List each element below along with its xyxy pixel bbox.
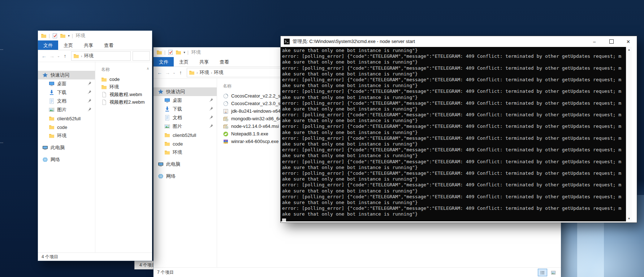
console-line: ake sure that only one bot instance is r… [282, 71, 626, 77]
console-line: error: [polling_error] {"code":"ETELEGRA… [282, 124, 626, 129]
tab-home[interactable]: 主页 [58, 40, 78, 50]
properties-check-icon[interactable] [52, 33, 58, 39]
pin-icon [87, 98, 92, 103]
maximize-button[interactable] [603, 36, 620, 47]
icons-view-button[interactable] [549, 269, 558, 276]
titlebar[interactable]: | ▾ | 环境 [38, 31, 152, 40]
recent-locations-icon[interactable]: ⌄ [56, 54, 61, 58]
console-line: error: [polling_error] {"code":"ETELEGRA… [282, 170, 626, 176]
sidebar-item[interactable]: 文档 [38, 97, 95, 105]
pin-icon [209, 115, 213, 120]
properties-check-icon[interactable] [168, 49, 173, 55]
quick-access-toolbar-caret-icon[interactable]: ▾ [68, 34, 70, 38]
back-icon[interactable]: ← [156, 70, 164, 75]
sidebar-item[interactable]: 快速访问 [38, 71, 95, 79]
console-line: error: [polling_error] {"code":"ETELEGRA… [282, 100, 626, 106]
recent-locations-icon[interactable]: ⌄ [172, 71, 177, 74]
status-bar: 7 个项目 [154, 267, 561, 277]
file-row[interactable]: 视频教程2.webm [101, 98, 152, 106]
folder-icon [101, 77, 107, 82]
tab-file[interactable]: 文件 [154, 57, 174, 66]
sidebar-item[interactable]: 网络 [38, 155, 95, 164]
sidebar-item[interactable]: 网络 [154, 172, 217, 181]
sidebar-item[interactable]: 环境 [154, 148, 217, 157]
sidebar-item[interactable]: 此电脑 [154, 160, 217, 169]
sidebar-item[interactable]: 此电脑 [38, 143, 95, 152]
sidebar-item[interactable]: 图片 [38, 105, 95, 114]
console-line: error: [polling_error] {"code":"ETELEGRA… [282, 182, 626, 188]
tab-view[interactable]: 查看 [214, 57, 234, 66]
tab-share[interactable]: 共享 [194, 57, 214, 66]
folder-icon [164, 150, 170, 155]
item-count: 7 个项目 [157, 269, 174, 276]
sidebar-item[interactable]: clienb52full [154, 131, 217, 139]
up-icon[interactable]: ↑ [61, 53, 69, 59]
forward-icon[interactable]: → [164, 70, 172, 75]
sidebar-item[interactable]: 桌面 [38, 79, 95, 88]
new-folder-icon[interactable] [176, 49, 181, 55]
downloads-icon [164, 106, 170, 112]
file-name: 视频教程.webm [109, 91, 142, 98]
minimize-button[interactable]: – [586, 36, 603, 47]
quick-access-toolbar-caret-icon[interactable]: ▾ [183, 51, 185, 54]
sidebar-item-label: 网络 [166, 173, 176, 179]
sidebar-item-label: 桌面 [57, 81, 66, 87]
up-icon[interactable]: ↑ [177, 70, 185, 75]
search-input[interactable] [133, 51, 150, 61]
folder-icon [73, 53, 79, 59]
pin-icon [87, 107, 92, 112]
file-name: 视频教程2.webm [109, 99, 145, 105]
icons-view-icon [551, 270, 556, 275]
forward-icon[interactable]: → [48, 53, 56, 59]
sidebar-item-label: 下载 [173, 106, 182, 112]
sidebar-item[interactable]: 下载 [154, 105, 217, 113]
sidebar-item[interactable]: 桌面 [154, 96, 217, 105]
sidebar-item[interactable]: 环境 [38, 131, 95, 140]
sidebar-item[interactable]: 文档 [154, 113, 217, 122]
breadcrumb-segment[interactable]: 环境 [214, 69, 223, 76]
close-button[interactable]: ✕ [620, 36, 637, 47]
sidebar-item-label: 环境 [57, 133, 66, 139]
separator: | [49, 33, 50, 38]
file-list-pane[interactable]: 名称 ∧ code环境视频教程.webm视频教程2.webm [95, 61, 152, 253]
sidebar-item[interactable]: 图片 [154, 122, 217, 131]
details-view-button[interactable] [538, 269, 547, 276]
new-folder-icon[interactable] [60, 33, 66, 39]
name-column-header[interactable]: 名称 [101, 66, 152, 73]
file-row[interactable]: 环境 [101, 83, 152, 91]
sidebar-item[interactable]: clienb52full [38, 114, 95, 123]
tab-file[interactable]: 文件 [38, 40, 58, 50]
back-icon[interactable]: ← [40, 53, 48, 59]
sidebar-item[interactable]: code [38, 123, 95, 131]
tab-home[interactable]: 主页 [174, 57, 194, 66]
file-row[interactable]: code [101, 75, 152, 83]
sidebar-item-label: clienb52full [57, 116, 81, 121]
desktop-icon [164, 98, 170, 103]
sidebar-item[interactable]: 快速访问 [154, 87, 217, 96]
winrar-icon [223, 139, 229, 144]
sidebar-item-label: 快速访问 [166, 88, 185, 95]
console-line: ake sure that only one bot instance is r… [282, 48, 626, 53]
sidebar-item[interactable]: 下载 [38, 88, 95, 97]
desktop-text-fragment: ... [0, 46, 3, 51]
sidebar-item-label: 图片 [57, 107, 66, 113]
scroll-down-icon[interactable]: ▾ [626, 216, 632, 221]
file-row[interactable]: 视频教程.webm [101, 91, 152, 98]
console-line: ake sure that only one bot instance is r… [282, 59, 626, 65]
console-scrollbar[interactable]: ▴ ▾ [626, 47, 632, 221]
tab-view[interactable]: 查看 [99, 40, 119, 50]
separator: | [187, 50, 189, 55]
notepad-icon [223, 131, 229, 137]
status-bar: 4 个项目 [38, 252, 152, 261]
titlebar[interactable]: 管理员: C:\Windows\System32\cmd.exe - node … [281, 36, 637, 47]
breadcrumb-segment[interactable]: 环境 [84, 53, 94, 59]
scroll-up-icon[interactable]: ▴ [626, 47, 632, 52]
console-line: ake sure that only one bot instance is r… [282, 118, 626, 124]
tab-share[interactable]: 共享 [78, 40, 99, 50]
address-bar[interactable]: ›环境 [71, 51, 131, 61]
sidebar-item[interactable]: code [154, 139, 217, 148]
breadcrumb-segment[interactable]: 环境 [200, 69, 209, 76]
sidebar-item-label: 此电脑 [51, 144, 65, 151]
scroll-up-icon[interactable]: ∧ [147, 66, 149, 70]
console-cursor [282, 218, 286, 221]
